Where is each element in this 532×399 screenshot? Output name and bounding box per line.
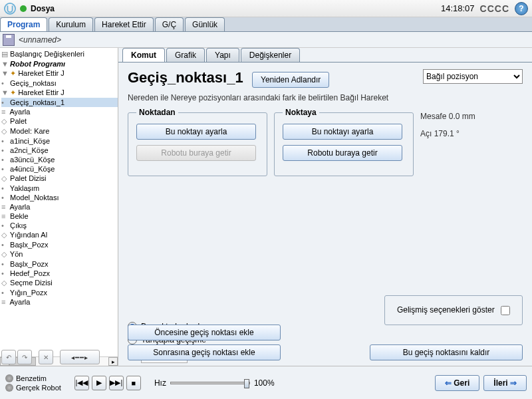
remove-button[interactable]: Bu geçiş noktasını kaldır (370, 344, 523, 360)
from-move-button[interactable]: Robotu buraya getir (136, 145, 256, 161)
play-button[interactable]: ▶ (92, 376, 106, 390)
tree-node[interactable]: ≡ Bekle (1, 211, 118, 221)
sub-tab-değişkenler[interactable]: Değişkenler (241, 48, 300, 62)
sub-tab-yapı[interactable]: Yapı (206, 48, 239, 62)
main-tab-hareket ettir[interactable]: Hareket Ettir (94, 17, 154, 31)
sub-tab-grafik[interactable]: Grafik (166, 48, 205, 62)
tree-node[interactable]: ◇ Model: Kare (1, 126, 118, 136)
back-button[interactable]: ⇐ Geri (435, 375, 479, 391)
main-tab-kurulum[interactable]: Kurulum (49, 17, 93, 31)
tree-node[interactable]: ≡ Ayarla (1, 297, 118, 307)
waypoint-heading: Geçiş_noktası_1 (128, 69, 243, 86)
tree-node[interactable]: • Yaklaşım (1, 184, 118, 193)
from-group: Noktadan Bu noktayı ayarla Robotu buraya… (128, 108, 267, 176)
advanced-checkbox[interactable] (501, 306, 510, 315)
description: Nereden ile Nereye pozisyonları arasında… (128, 93, 523, 102)
program-tree[interactable]: ▤ Başlangıç Değişkenleri▼ Robot Programı… (0, 48, 118, 366)
to-group: Noktaya Bu noktayı ayarla Robotu buraya … (274, 108, 414, 176)
real-robot-radio[interactable]: Gerçek Robot (5, 384, 61, 392)
to-set-button[interactable]: Bu noktayı ayarla (283, 124, 402, 140)
tree-node[interactable]: • Geçiş_noktası_1 (1, 98, 118, 107)
tree-node[interactable]: ▼ ✦ Hareket Ettir J (1, 88, 118, 98)
add-before-button[interactable]: Öncesine geçiş noktası ekle (128, 325, 281, 340)
tree-node[interactable]: • Hedef_Pozx (1, 269, 118, 278)
tree-node[interactable]: • a1inci_Köşe (1, 136, 118, 146)
tree-node[interactable]: ≡ Ayarla (1, 202, 118, 211)
tree-node[interactable]: • a2nci_Köşe (1, 146, 118, 155)
main-tab-günlük[interactable]: Günlük (185, 17, 225, 31)
tree-node[interactable]: • a4üncü_Köşe (1, 164, 118, 174)
skip-back-button[interactable]: |◀◀ (74, 376, 89, 390)
tree-node[interactable]: ▼ Robot Programı (1, 59, 118, 68)
tree-node[interactable]: • Başlx_Pozx (1, 259, 118, 269)
status-dot-icon (20, 5, 27, 12)
undo-button[interactable]: ↶ (1, 350, 16, 364)
move-arrows[interactable]: ◂━━▸ (60, 350, 100, 364)
stop-button[interactable]: ■ (126, 376, 141, 390)
speed-slider[interactable] (170, 382, 250, 384)
tree-node[interactable]: • Çıkış (1, 221, 118, 230)
tree-node[interactable]: ◇ Seçme Dizisi (1, 278, 118, 288)
tree-node[interactable]: • Başlx_Pozx (1, 240, 118, 249)
tree-node[interactable]: ◇ Palet (1, 116, 118, 126)
tree-node[interactable]: • a3üncü_Köşe (1, 155, 118, 164)
main-tab-program[interactable]: Program (0, 17, 47, 31)
tree-node[interactable]: ≡ Ayarla (1, 107, 118, 116)
sub-tab-komut[interactable]: Komut (122, 48, 165, 62)
tree-node[interactable]: • Geçiş_noktası (1, 78, 118, 88)
rename-button[interactable]: Yeniden Adlandır (252, 72, 329, 88)
tree-node[interactable]: ▼ ✦ Hareket Ettir J (1, 68, 118, 78)
main-tab-g/ç[interactable]: G/Ç (155, 17, 184, 31)
simulation-radio[interactable]: Benzetim (5, 374, 61, 382)
delete-button[interactable]: ✕ (39, 350, 53, 364)
window-title: Dosya (31, 4, 55, 13)
help-button[interactable]: ? (515, 2, 528, 15)
tree-node[interactable]: ◇ Yığından Al (1, 230, 118, 240)
from-set-button[interactable]: Bu noktayı ayarla (136, 124, 256, 140)
save-icon[interactable] (3, 34, 15, 46)
tree-node[interactable]: • Model_Noktası (1, 193, 118, 202)
add-after-button[interactable]: Sonrasına geçiş noktası ekle (128, 344, 281, 360)
redo-button[interactable]: ↷ (17, 350, 32, 364)
to-move-button[interactable]: Robotu buraya getir (283, 145, 402, 161)
skip-fwd-button[interactable]: ▶▶| (109, 376, 124, 390)
tree-node[interactable]: ◇ Yön (1, 249, 118, 259)
tree-node[interactable]: ▤ Başlangıç Değişkenleri (1, 49, 118, 59)
tree-node[interactable]: • Yığın_Pozx (1, 288, 118, 297)
tree-node[interactable]: ◇ Palet Dizisi (1, 174, 118, 184)
measurements: Mesafe 0.0 mm Açı 179.1 ° (420, 112, 475, 176)
file-name: <unnamed> (19, 35, 61, 45)
next-button[interactable]: İleri ⇒ (483, 375, 527, 391)
brand: CCCC (480, 3, 509, 14)
position-mode-select[interactable]: Bağıl pozisyon (423, 69, 523, 84)
clock: 14:18:07 (441, 3, 475, 13)
ur-logo-icon (4, 3, 16, 15)
